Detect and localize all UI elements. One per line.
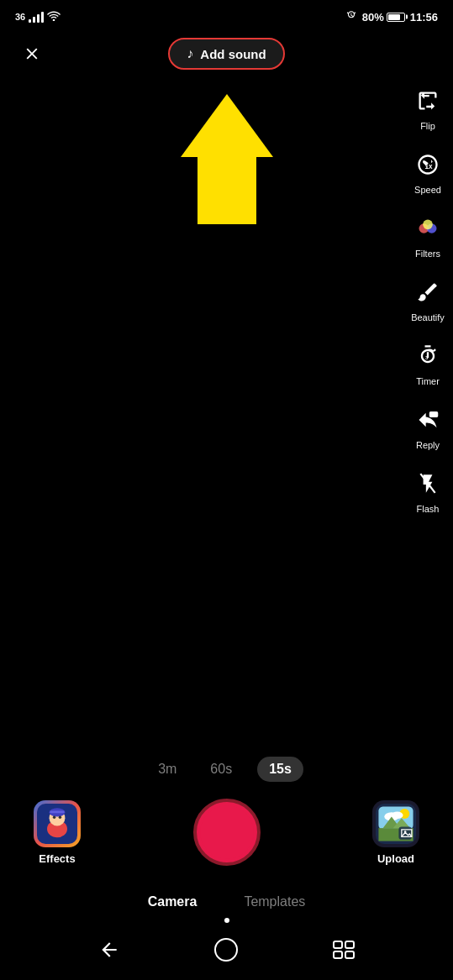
status-left: 36 xyxy=(15,10,61,24)
svg-rect-27 xyxy=(334,941,342,948)
speed-label: Speed xyxy=(414,185,441,195)
time-display: 11:56 xyxy=(410,11,438,24)
svg-text:1x: 1x xyxy=(425,163,434,170)
back-button[interactable] xyxy=(94,935,124,965)
network-label: 36 xyxy=(15,12,25,22)
tab-bar: Camera Templates xyxy=(0,883,453,918)
duration-selector: 3m 60s 15s xyxy=(0,757,453,782)
flash-icon xyxy=(411,467,445,500)
bottom-section: 3m 60s 15s xyxy=(0,757,453,980)
flip-icon xyxy=(411,84,445,118)
add-sound-label: Add sound xyxy=(200,47,266,61)
svg-rect-30 xyxy=(345,951,354,958)
sidebar-item-filters[interactable]: Filters xyxy=(411,212,445,259)
flash-label: Flash xyxy=(417,504,440,514)
wifi-icon xyxy=(47,10,61,24)
tab-templates[interactable]: Templates xyxy=(237,891,312,913)
arrow-indicator xyxy=(0,94,453,224)
nav-bar xyxy=(0,926,453,980)
filters-icon xyxy=(411,212,445,245)
duration-3m[interactable]: 3m xyxy=(150,757,185,782)
filters-label: Filters xyxy=(415,249,440,259)
svg-point-4 xyxy=(423,220,433,230)
upload-button[interactable]: Upload xyxy=(372,800,419,865)
alarm-icon xyxy=(345,10,357,24)
sidebar-item-flip[interactable]: Flip xyxy=(411,84,445,131)
tab-active-dot xyxy=(224,918,229,923)
svg-point-0 xyxy=(53,19,55,21)
timer-label: Timer xyxy=(416,376,440,386)
status-right: 80% 11:56 xyxy=(345,10,438,24)
svg-rect-15 xyxy=(50,810,64,813)
sidebar-item-timer[interactable]: 3 Timer xyxy=(411,339,445,386)
reply-icon xyxy=(411,403,445,437)
svg-rect-28 xyxy=(345,941,354,948)
status-bar: 36 80% 11:56 xyxy=(0,0,453,30)
svg-point-25 xyxy=(404,831,407,833)
duration-15s[interactable]: 15s xyxy=(257,757,303,782)
tab-indicator xyxy=(0,918,453,923)
battery-icon xyxy=(387,13,405,22)
close-button[interactable] xyxy=(15,37,49,71)
battery-percent: 80% xyxy=(362,11,384,24)
beautify-icon xyxy=(411,275,445,309)
svg-point-14 xyxy=(59,815,61,818)
upload-label: Upload xyxy=(377,852,414,865)
shutter-button[interactable] xyxy=(193,799,261,866)
music-icon: ♪ xyxy=(187,46,193,61)
recents-button[interactable] xyxy=(329,935,359,965)
shutter-inner xyxy=(200,805,254,859)
effects-icon xyxy=(34,800,81,847)
right-sidebar: Flip 1x Speed Filters Beautify xyxy=(411,84,445,514)
effects-label: Effects xyxy=(39,852,75,865)
battery-indicator: 80% xyxy=(362,11,405,24)
svg-rect-29 xyxy=(334,951,342,958)
svg-point-13 xyxy=(53,815,55,818)
sidebar-item-flash[interactable]: Flash xyxy=(411,467,445,514)
svg-point-26 xyxy=(215,939,237,961)
timer-icon: 3 xyxy=(411,339,445,373)
reply-label: Reply xyxy=(416,440,440,450)
svg-point-20 xyxy=(392,811,403,819)
tab-camera[interactable]: Camera xyxy=(141,891,204,913)
flip-label: Flip xyxy=(420,121,435,131)
sidebar-item-beautify[interactable]: Beautify xyxy=(411,275,445,322)
effects-button[interactable]: Effects xyxy=(34,800,81,865)
beautify-label: Beautify xyxy=(411,312,445,322)
sidebar-item-speed[interactable]: 1x Speed xyxy=(411,148,445,195)
duration-60s[interactable]: 60s xyxy=(202,757,240,782)
signal-bars-icon xyxy=(29,11,44,23)
camera-controls: Effects xyxy=(0,799,453,866)
top-controls: ♪ Add sound xyxy=(0,30,453,77)
speed-icon: 1x xyxy=(411,148,445,181)
upload-icon xyxy=(372,800,419,847)
sidebar-item-reply[interactable]: Reply xyxy=(411,403,445,450)
add-sound-button[interactable]: ♪ Add sound xyxy=(168,38,284,70)
svg-rect-6 xyxy=(429,412,437,417)
home-button[interactable] xyxy=(211,935,241,965)
